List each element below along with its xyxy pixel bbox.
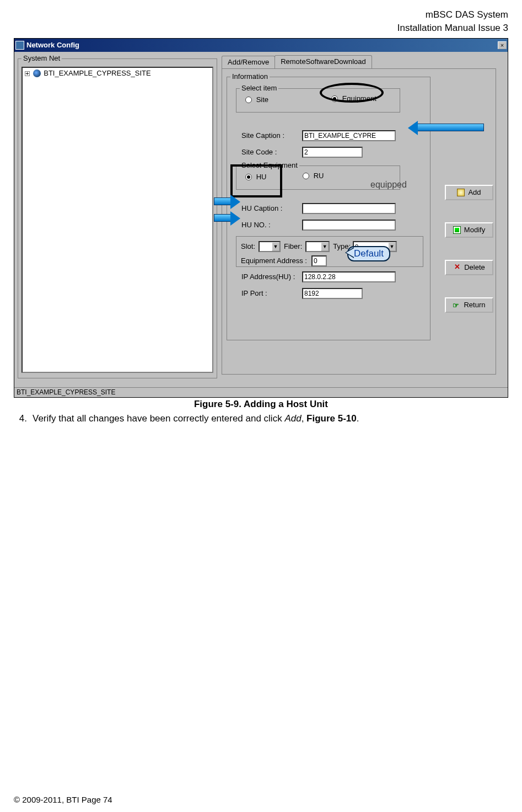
add-icon (457, 189, 465, 196)
chevron-down-icon[interactable]: ▼ (272, 242, 279, 251)
site-caption-input[interactable] (302, 130, 396, 141)
site-code-input[interactable] (302, 147, 363, 158)
radio-ru-label: RU (314, 172, 324, 180)
annotation-equipment-oval (320, 83, 384, 103)
statusbar-text: BTI_EXAMPLE_CYPRESS_SITE (17, 388, 115, 396)
doc-header-line2: Installation Manual Issue 3 (14, 22, 508, 35)
tab-body: Information Select item Site Equipment (222, 68, 496, 375)
return-button[interactable]: ☞ Return (445, 297, 493, 313)
return-icon: ☞ (453, 301, 460, 309)
tab-add-remove[interactable]: Add/Remove (222, 56, 275, 69)
site-code-label: Site Code : (241, 148, 302, 156)
doc-header-line1: mBSC DAS System (14, 8, 508, 22)
equip-addr-input[interactable] (311, 255, 327, 266)
slot-box: Slot: ▼ Fiber: ▼ Type: 0▼ Equipment Addr… (236, 236, 423, 267)
return-button-label: Return (464, 301, 485, 309)
ip-address-label: IP Address(HU) : (241, 273, 302, 281)
fiber-dropdown[interactable]: ▼ (305, 241, 330, 252)
annotation-arrow-hu-no (214, 214, 232, 222)
slot-dropdown[interactable]: ▼ (259, 241, 281, 252)
modify-button[interactable]: Modify (445, 222, 493, 238)
hu-no-label: HU NO. : (241, 221, 302, 229)
tree-item-label: BTI_EXAMPLE_CYPRESS_SITE (44, 69, 150, 77)
radio-site[interactable] (245, 97, 252, 103)
radio-ru[interactable] (303, 173, 309, 179)
select-item-title: Select item (240, 84, 278, 92)
delete-icon: ✕ (453, 264, 461, 271)
app-icon (15, 41, 24, 50)
fiber-label: Fiber: (284, 242, 302, 250)
annotation-arrow-site-caption (417, 124, 484, 131)
step-4-text: 4.Verify that all changes have been corr… (14, 413, 508, 424)
close-button[interactable]: × (498, 41, 507, 49)
annotation-default-bubble: Default (347, 246, 390, 261)
modify-button-label: Modify (464, 226, 485, 234)
hu-caption-label: HU Caption : (241, 204, 302, 212)
site-caption-label: Site Caption : (241, 131, 302, 140)
modify-icon (453, 226, 461, 234)
statusbar: BTI_EXAMPLE_CYPRESS_SITE (14, 387, 508, 397)
tab-remote-download[interactable]: RemoteSoftwareDownload (275, 55, 372, 68)
hu-caption-input[interactable] (302, 203, 396, 214)
system-net-title: System Net (21, 54, 62, 62)
ip-port-label: IP Port : (241, 289, 302, 297)
equipped-label: equipped (370, 180, 407, 190)
globe-icon (33, 70, 41, 77)
add-button[interactable]: Add (445, 185, 493, 200)
delete-button[interactable]: ✕ Delete (445, 260, 493, 275)
annotation-arrow-hu-caption (214, 197, 232, 205)
figure-caption: Figure 5-9. Adding a Host Unit (14, 399, 508, 410)
window-title: Network Config (26, 41, 79, 49)
slot-label: Slot: (241, 242, 255, 250)
tab-strip: Add/Remove RemoteSoftwareDownload (222, 55, 496, 68)
radio-site-label: Site (256, 95, 268, 104)
hu-no-input[interactable] (302, 220, 396, 231)
equip-addr-label: Equipment Address : (241, 257, 307, 265)
ip-port-input[interactable] (302, 288, 363, 299)
add-button-label: Add (468, 188, 481, 196)
delete-button-label: Delete (464, 263, 485, 271)
tab-panel: Add/Remove RemoteSoftwareDownload Inform… (222, 55, 496, 375)
screenshot-window: Network Config × System Net + BTI_EXAMPL… (14, 38, 508, 398)
ip-address-input[interactable] (302, 271, 396, 282)
titlebar: Network Config × (14, 39, 508, 52)
information-title: Information (230, 72, 270, 81)
chevron-down-icon[interactable]: ▼ (321, 242, 329, 251)
system-net-group: System Net + BTI_EXAMPLE_CYPRESS_SITE (18, 58, 217, 378)
annotation-hu-rect (230, 164, 282, 197)
information-group: Information Select item Site Equipment (227, 77, 430, 340)
tree-view[interactable]: + BTI_EXAMPLE_CYPRESS_SITE (21, 67, 213, 373)
expand-icon[interactable]: + (25, 71, 30, 76)
tree-item-site[interactable]: + BTI_EXAMPLE_CYPRESS_SITE (25, 69, 210, 78)
